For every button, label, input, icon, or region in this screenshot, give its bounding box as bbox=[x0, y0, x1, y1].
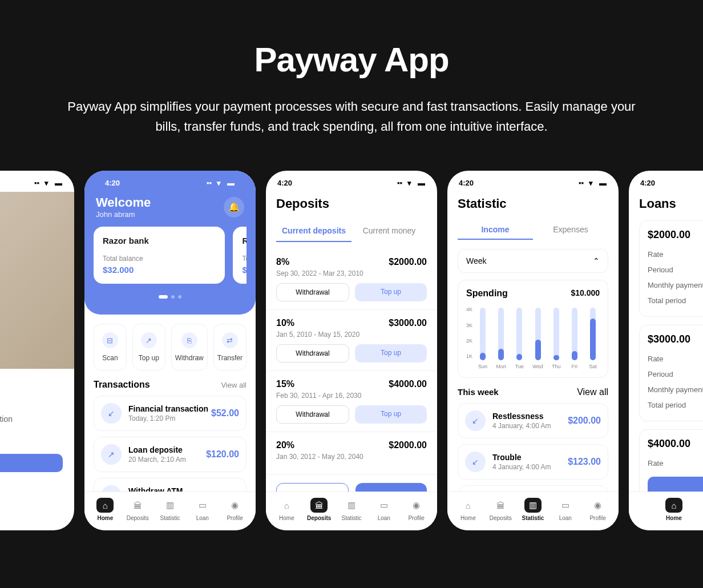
statistic-icon: ▥ bbox=[161, 498, 179, 513]
tx-name: Loan deposite bbox=[128, 445, 186, 454]
bank-card-peek[interactable]: Razo Total b $32.0 bbox=[233, 227, 247, 284]
topup-button[interactable]: Top up bbox=[355, 283, 427, 301]
banking-cta-button[interactable] bbox=[0, 454, 63, 472]
action-label: Transfer bbox=[217, 354, 243, 362]
arrow-icon: ↗ bbox=[101, 444, 122, 465]
withdrawal-button[interactable]: Withdrawal bbox=[276, 344, 349, 363]
nav-home[interactable]: ⌂ Home bbox=[452, 498, 484, 521]
nav-label: Profile bbox=[219, 515, 251, 521]
nav-deposits[interactable]: 🏛 Deposits bbox=[303, 498, 336, 521]
nav-label: Home bbox=[89, 515, 122, 521]
period-dropdown[interactable]: Week ⌃ bbox=[458, 249, 608, 273]
banking-title: king bbox=[0, 386, 63, 404]
nav-home[interactable]: ⌂ Home bbox=[633, 498, 703, 521]
nav-statistic[interactable]: ▥ Statistic bbox=[154, 498, 187, 521]
topup-button[interactable]: Top up bbox=[355, 405, 427, 424]
tab-expenses[interactable]: Expenses bbox=[533, 220, 608, 240]
deposit-dates: Feb 30, 2011 - Apr 16, 2030 bbox=[276, 392, 427, 400]
spending-item[interactable]: ↙ Restlessness 4 January, 4:00 Am $200.0… bbox=[458, 403, 608, 438]
loan-icon: ▭ bbox=[557, 498, 574, 513]
deposits-icon: 🏛 bbox=[129, 498, 146, 513]
balance-label: Total b bbox=[242, 255, 247, 263]
carousel-dots bbox=[94, 291, 247, 301]
loan-card: $3000.00RatePerioudMonthly paymentTotal … bbox=[639, 325, 703, 421]
loan-field: Rate bbox=[648, 456, 703, 471]
withdrawal-button[interactable]: Withdrawal bbox=[276, 283, 349, 301]
nav-statistic[interactable]: ▥ Statistic bbox=[517, 498, 550, 521]
statistic-icon: ▥ bbox=[343, 498, 360, 513]
transfer-icon: ⇄ bbox=[222, 332, 238, 348]
deposits-icon: 🏛 bbox=[310, 498, 328, 513]
tx-date: Today, 1:20 Pm bbox=[128, 414, 208, 422]
item-name: Restlessness bbox=[492, 412, 551, 421]
arrow-icon: ↙ bbox=[465, 410, 486, 431]
loan-amount: $4000.00 bbox=[648, 438, 703, 450]
bar-fill bbox=[572, 351, 577, 360]
nav-label: Home bbox=[270, 515, 303, 521]
tx-amount: $52.00 bbox=[211, 408, 239, 418]
bar-fill bbox=[535, 340, 541, 361]
tab-current-deposits[interactable]: Current deposits bbox=[276, 220, 352, 242]
top up-icon: ↗ bbox=[141, 332, 157, 348]
action-scan[interactable]: ⊟ Scan bbox=[94, 324, 127, 370]
bar-label: Mon bbox=[496, 364, 506, 369]
status-icons: ▪▪▾▬ bbox=[207, 179, 235, 187]
nav-statistic[interactable]: ▥ Statistic bbox=[336, 498, 368, 521]
tab-current-money[interactable]: Current money bbox=[352, 220, 427, 242]
action-transfer[interactable]: ⇄ Transfer bbox=[213, 324, 247, 370]
withdrawal-button[interactable]: Withdrawal bbox=[276, 405, 349, 424]
bar-fill bbox=[590, 319, 596, 361]
nav-home[interactable]: ⌂ Home bbox=[89, 498, 122, 521]
topup-button[interactable]: Top up bbox=[355, 344, 427, 363]
hero-image bbox=[0, 192, 74, 369]
bar-track bbox=[590, 308, 596, 360]
loan-field: Rate bbox=[648, 247, 703, 262]
nav-deposits[interactable]: 🏛 Deposits bbox=[122, 498, 154, 521]
transactions-heading: Transactions bbox=[94, 380, 150, 390]
bar-track bbox=[480, 308, 486, 360]
view-all-link[interactable]: View all bbox=[577, 387, 608, 397]
item-date: 4 January, 4:00 Am bbox=[492, 422, 551, 430]
bar-column: Fri bbox=[568, 308, 581, 369]
nav-profile[interactable]: ◉ Profile bbox=[400, 498, 433, 521]
notification-button[interactable]: 🔔 bbox=[224, 197, 244, 218]
loan-card: $2000.00RatePerioudMonthly paymentTotal … bbox=[639, 220, 703, 317]
deposit-amount: $3000.00 bbox=[389, 318, 427, 328]
view-all-link[interactable]: View all bbox=[221, 381, 247, 389]
tab-income[interactable]: Income bbox=[458, 220, 533, 240]
status-bar: 4:20 ▪▪▾▬ bbox=[94, 171, 247, 192]
statistic-heading: Statistic bbox=[447, 192, 619, 220]
transaction-row[interactable]: ↙ Financial transaction Today, 1:20 Pm $… bbox=[94, 396, 247, 431]
bar-label: Tue bbox=[515, 364, 524, 369]
phone-statistic: 4:20 ▪▪▾▬ Statistic Income Expenses Week… bbox=[447, 171, 619, 530]
nav-loan[interactable]: ▭ Loan bbox=[367, 498, 400, 521]
chart-title: Spending bbox=[466, 288, 508, 299]
balance-label: Total balance bbox=[103, 255, 216, 263]
bar-label: Fri bbox=[572, 364, 578, 369]
home-icon: ⌂ bbox=[96, 498, 114, 513]
bar-column: Sat bbox=[586, 308, 600, 369]
spending-item[interactable]: ↙ Trouble 4 January, 4:00 Am $123.00 bbox=[458, 444, 608, 480]
nav-profile[interactable]: ◉ Profile bbox=[219, 498, 251, 521]
nav-label: Deposits bbox=[484, 515, 517, 521]
nav-deposits[interactable]: 🏛 Deposits bbox=[484, 498, 517, 521]
action-top-up[interactable]: ↗ Top up bbox=[132, 324, 165, 370]
bar-fill bbox=[516, 354, 522, 361]
nav-loan[interactable]: ▭ Loan bbox=[549, 498, 581, 521]
deposit-row: 8% $2000.00 Sep 30, 2022 - Mar 23, 2010 … bbox=[266, 249, 437, 310]
home-icon: ⌂ bbox=[459, 498, 476, 513]
nav-profile[interactable]: ◉ Profile bbox=[581, 498, 614, 521]
nav-home[interactable]: ⌂ Home bbox=[270, 498, 303, 521]
bank-card[interactable]: Razor bank Total balance $32.000 bbox=[94, 227, 225, 284]
transaction-row[interactable]: ↗ Loan deposite 20 March, 2:10 Am $120.0… bbox=[94, 437, 247, 472]
balance-value: $32.0 bbox=[242, 265, 247, 275]
action-withdraw[interactable]: ⎘ Withdraw bbox=[171, 324, 208, 370]
bar-column: Mon bbox=[494, 308, 508, 369]
item-amount: $123.00 bbox=[568, 457, 601, 467]
arrow-icon: ↙ bbox=[101, 403, 122, 424]
page-title: Payway App bbox=[34, 40, 669, 79]
nav-loan[interactable]: ▭ Loan bbox=[186, 498, 219, 521]
status-bar: ▪▪▾▬ bbox=[0, 171, 74, 192]
bar-label: Sun bbox=[478, 364, 487, 369]
tx-name: Financial transaction bbox=[128, 404, 208, 413]
